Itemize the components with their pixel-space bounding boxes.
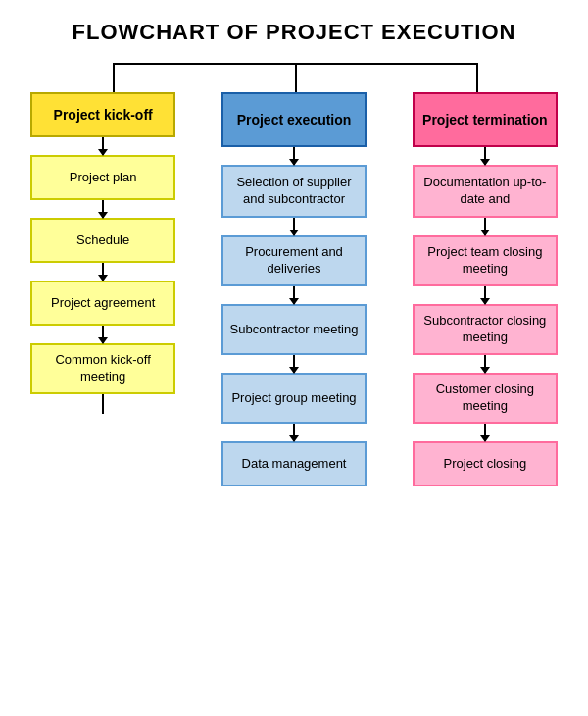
arrow: [102, 137, 104, 155]
arrow: [102, 263, 104, 281]
arrow: [484, 286, 486, 304]
arrow: [484, 355, 486, 373]
item-project-group-meeting: Project group meeting: [221, 373, 367, 424]
arrow: [293, 355, 295, 373]
item-subcontractor-meeting: Subcontractor meeting: [221, 304, 367, 355]
arrow: [293, 147, 295, 165]
item-customer-closing: Customer closing meeting: [413, 373, 558, 424]
page-title: FLOWCHART OF PROJECT EXECUTION: [73, 20, 516, 45]
item-project-closing: Project closing: [413, 441, 558, 486]
arrow: [484, 147, 486, 165]
item-subcontractor-closing: Subcontractor closing meeting: [413, 304, 558, 355]
item-procurement: Procurement and deliveries: [221, 235, 367, 286]
page: FLOWCHART OF PROJECT EXECUTION Project k…: [0, 0, 588, 716]
item-project-team-closing: Project team closing meeting: [413, 235, 558, 286]
column-execution: Project execution Selection of supplier …: [206, 92, 382, 486]
item-documentation: Documentation up-to-date and: [413, 165, 558, 218]
item-project-agreement: Project agreement: [30, 281, 175, 326]
item-common-kickoff: Common kick-off meeting: [30, 343, 175, 394]
item-supplier-selection: Selection of supplier and subcontractor: [221, 165, 367, 218]
header-execution: Project execution: [221, 92, 367, 147]
item-schedule: Schedule: [30, 218, 175, 263]
flowchart: Project kick-off Project plan Schedule P…: [15, 92, 573, 486]
item-data-management: Data management: [221, 441, 367, 486]
arrow: [293, 218, 295, 235]
arrow: [293, 286, 295, 304]
arrow: [293, 424, 295, 441]
arrow: [484, 424, 486, 441]
arrow: [102, 200, 104, 218]
header-kickoff: Project kick-off: [30, 92, 175, 137]
header-termination: Project termination: [413, 92, 558, 147]
arrow: [484, 218, 486, 235]
column-termination: Project termination Documentation up-to-…: [397, 92, 573, 486]
arrow: [102, 326, 104, 343]
column-kickoff: Project kick-off Project plan Schedule P…: [15, 92, 191, 414]
item-project-plan: Project plan: [30, 155, 175, 200]
